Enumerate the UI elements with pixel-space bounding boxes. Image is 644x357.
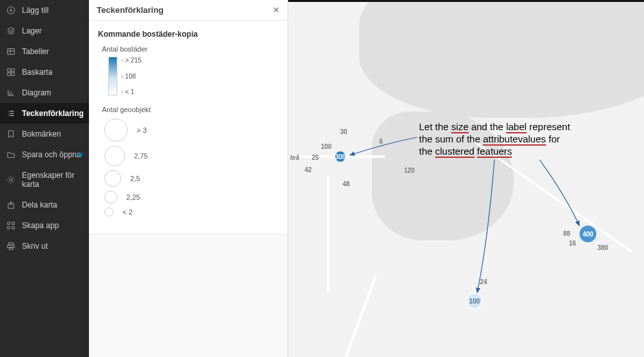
sidebar-item-add[interactable]: Lägg till <box>0 0 89 21</box>
legend-title: Teckenförklaring <box>97 5 164 15</box>
svg-rect-8 <box>8 222 10 225</box>
legend-size-list: > 32,752,52,25< 2 <box>104 119 278 217</box>
share-icon <box>6 200 15 209</box>
ramp-low: < 1 <box>121 88 141 95</box>
sidebar-item-label: Lägg till <box>22 6 48 15</box>
sidebar-item-print[interactable]: Skriv ut <box>0 236 89 256</box>
map-place-label: teå <box>290 154 299 161</box>
legend-size-circle <box>104 207 113 217</box>
map-cluster[interactable]: 300 <box>334 150 347 163</box>
sidebar-item-tables[interactable]: Tabeller <box>0 41 89 62</box>
map-cluster[interactable]: 400 <box>578 224 598 244</box>
legend-size-label: > 3 <box>137 126 147 134</box>
map-cluster[interactable]: 100 <box>466 293 483 309</box>
map-point-label: 30 <box>340 128 347 135</box>
legend-size-title: Antal geoobjekt <box>102 106 278 113</box>
map-point-label: 6 <box>379 138 383 145</box>
sidebar-item-label: Egenskaper för karta <box>22 171 83 189</box>
map-point-label: 48 <box>342 180 349 188</box>
sidebar-item-label: Baskarta <box>22 68 52 77</box>
sidebar-item-createapp[interactable]: Skapa app <box>0 215 89 236</box>
legend-size-row: 2,75 <box>104 146 278 166</box>
svg-rect-4 <box>8 73 10 75</box>
svg-point-6 <box>10 179 12 181</box>
plus-icon <box>6 6 15 15</box>
legend-size-circle <box>104 170 121 187</box>
ramp-mid: 108 <box>121 73 141 80</box>
svg-rect-5 <box>12 73 14 75</box>
sidebar-item-layers[interactable]: Lager <box>0 21 89 41</box>
svg-rect-1 <box>8 49 15 55</box>
sidebar-item-label: Dela karta <box>22 200 57 209</box>
map-point-label: 16 <box>569 240 576 247</box>
legend-size-label: < 2 <box>122 208 133 216</box>
legend-size-label: 2,25 <box>126 193 140 201</box>
sidebar-item-label: Tabeller <box>22 47 49 56</box>
legend-header: Teckenförklaring ✕ <box>89 0 288 21</box>
sidebar-item-saveopen[interactable]: Spara och öppna <box>0 144 89 165</box>
svg-rect-10 <box>8 227 10 229</box>
list-icon <box>6 109 15 118</box>
sidebar-item-legend[interactable]: Teckenförklaring <box>0 103 89 124</box>
legend-panel: Teckenförklaring ✕ Kommande bostäder-kop… <box>89 0 288 357</box>
folder-icon <box>6 150 15 159</box>
svg-rect-12 <box>9 243 14 246</box>
map-point-label: 24 <box>480 278 487 285</box>
map-point-label: 42 <box>304 166 311 173</box>
sidebar-item-label: Skapa app <box>22 221 59 230</box>
svg-rect-9 <box>12 222 15 225</box>
legend-layer-name: Kommande bostäder-kopia <box>98 30 278 39</box>
table-icon <box>6 47 15 56</box>
unsaved-dot-icon <box>79 153 83 157</box>
legend-size-row: < 2 <box>104 207 278 217</box>
color-ramp-swatch <box>108 57 117 95</box>
bookmark-icon <box>6 130 15 139</box>
legend-size-circle <box>104 119 128 142</box>
sidebar-item-label: Diagram <box>22 88 51 97</box>
legend-color-ramp: > 215 108 < 1 <box>108 57 278 95</box>
close-icon[interactable]: ✕ <box>273 5 280 15</box>
sidebar-item-label: Bokmärken <box>22 130 61 139</box>
map-view[interactable]: teå Let the size and the label represent… <box>288 0 644 357</box>
legend-size-row: 2,25 <box>104 191 278 204</box>
legend-size-circle <box>104 191 117 204</box>
sidebar: Lägg till Lager Tabeller Baskarta Diagra… <box>0 0 89 357</box>
color-ramp-labels: > 215 108 < 1 <box>121 57 141 95</box>
map-point-label: 88 <box>563 230 570 237</box>
layers-icon <box>6 26 15 35</box>
svg-rect-2 <box>8 69 10 72</box>
sidebar-item-label: Skriv ut <box>22 242 48 251</box>
map-point-label: 100 <box>321 143 332 150</box>
app-icon <box>6 221 15 230</box>
legend-size-row: 2,5 <box>104 170 278 187</box>
svg-rect-3 <box>12 69 14 72</box>
legend-color-title: Antal bostäder <box>102 45 278 53</box>
sidebar-item-bookmarks[interactable]: Bokmärken <box>0 124 89 144</box>
legend-size-label: 2,5 <box>130 175 140 182</box>
chart-icon <box>6 88 15 97</box>
sidebar-item-label: Teckenförklaring <box>22 109 84 118</box>
sidebar-item-share[interactable]: Dela karta <box>0 195 89 215</box>
sidebar-item-chart[interactable]: Diagram <box>0 82 89 103</box>
sidebar-item-basemap[interactable]: Baskarta <box>0 62 89 82</box>
map-point-label: 380 <box>598 244 609 251</box>
sidebar-item-label: Lager <box>22 26 42 35</box>
gear-icon <box>6 175 15 184</box>
svg-rect-11 <box>12 227 15 229</box>
sidebar-item-mapprops[interactable]: Egenskaper för karta <box>0 165 89 195</box>
annotation-text: Let the size and the label represent the… <box>419 121 600 157</box>
legend-size-label: 2,75 <box>134 152 148 160</box>
legend-size-row: > 3 <box>104 119 278 142</box>
print-icon <box>6 242 15 251</box>
legend-size-circle <box>104 146 125 166</box>
sidebar-item-label: Spara och öppna <box>22 150 81 159</box>
map-point-label: 25 <box>311 154 318 161</box>
grid-icon <box>6 68 15 77</box>
map-point-label: 120 <box>404 167 415 174</box>
ramp-high: > 215 <box>121 57 141 64</box>
